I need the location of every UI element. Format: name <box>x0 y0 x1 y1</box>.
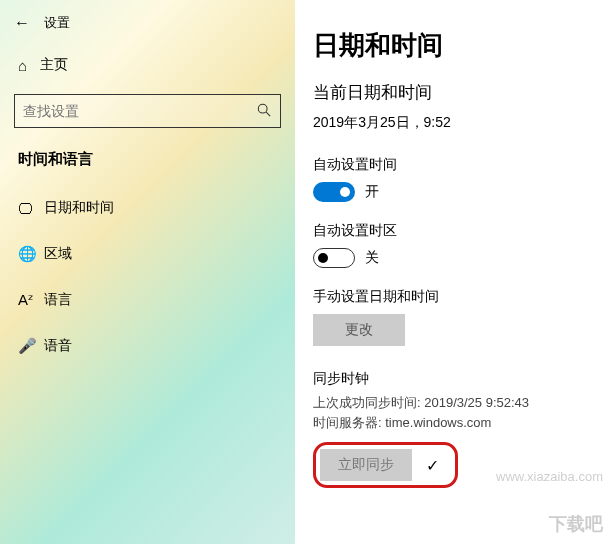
sidebar-item-region[interactable]: 🌐 区域 <box>0 231 295 277</box>
search-icon[interactable] <box>248 103 280 120</box>
microphone-icon: 🎤 <box>18 337 44 355</box>
auto-tz-toggle[interactable] <box>313 248 355 268</box>
svg-point-0 <box>258 104 267 113</box>
auto-tz-state: 关 <box>365 249 379 267</box>
search-box[interactable] <box>14 94 281 128</box>
sidebar-header: ← 设置 <box>0 8 295 46</box>
change-button[interactable]: 更改 <box>313 314 405 346</box>
manual-set-label: 手动设置日期和时间 <box>313 288 611 306</box>
auto-time-label: 自动设置时间 <box>313 156 611 174</box>
sync-last-time: 上次成功同步时间: 2019/3/25 9:52:43 <box>313 394 611 412</box>
back-arrow-icon[interactable]: ← <box>14 14 30 32</box>
globe-icon: 🌐 <box>18 245 44 263</box>
checkmark-icon: ✓ <box>426 456 439 475</box>
language-icon: Aᶻ <box>18 291 44 309</box>
sidebar-item-label: 语言 <box>44 291 72 309</box>
auto-time-toggle[interactable] <box>313 182 355 202</box>
main-panel: 日期和时间 当前日期和时间 2019年3月25日，9:52 自动设置时间 开 自… <box>295 0 611 544</box>
sidebar-item-label: 日期和时间 <box>44 199 114 217</box>
home-label: 主页 <box>40 56 68 74</box>
settings-sidebar: ← 设置 ⌂ 主页 时间和语言 🖵 日期和时间 🌐 区域 Aᶻ 语言 🎤 语音 <box>0 0 295 544</box>
sidebar-item-language[interactable]: Aᶻ 语言 <box>0 277 295 323</box>
page-title: 日期和时间 <box>313 28 611 63</box>
sidebar-section-title: 时间和语言 <box>0 146 295 185</box>
home-nav[interactable]: ⌂ 主页 <box>0 46 295 86</box>
sync-button-highlight: 立即同步 ✓ <box>313 442 458 488</box>
current-datetime-value: 2019年3月25日，9:52 <box>313 114 611 132</box>
watermark-brand: 下载吧 <box>549 512 603 536</box>
window-title: 设置 <box>44 14 70 32</box>
watermark-url: www.xiazaiba.com <box>496 469 603 484</box>
auto-tz-label: 自动设置时区 <box>313 222 611 240</box>
calendar-clock-icon: 🖵 <box>18 200 44 217</box>
current-datetime-label: 当前日期和时间 <box>313 81 611 104</box>
sidebar-item-label: 语音 <box>44 337 72 355</box>
home-icon: ⌂ <box>18 57 40 74</box>
svg-line-1 <box>266 112 270 116</box>
auto-time-state: 开 <box>365 183 379 201</box>
sidebar-item-datetime[interactable]: 🖵 日期和时间 <box>0 185 295 231</box>
sync-now-button[interactable]: 立即同步 <box>320 449 412 481</box>
sync-clock-title: 同步时钟 <box>313 370 611 388</box>
sync-server: 时间服务器: time.windows.com <box>313 414 611 432</box>
sidebar-item-speech[interactable]: 🎤 语音 <box>0 323 295 369</box>
sidebar-item-label: 区域 <box>44 245 72 263</box>
search-input[interactable] <box>15 103 248 119</box>
